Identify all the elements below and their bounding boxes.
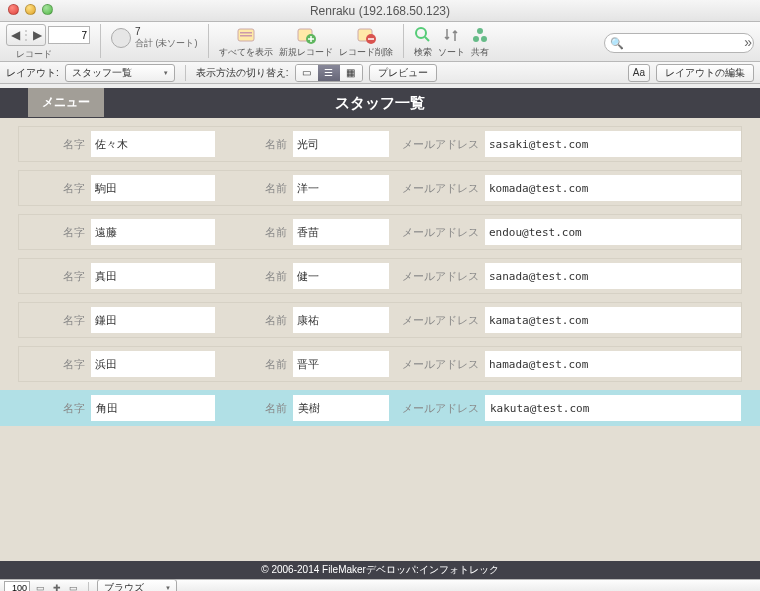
email-label: メールアドレス [389, 313, 485, 328]
email-field[interactable] [485, 263, 741, 289]
view-form-button[interactable]: ▭ [296, 65, 318, 81]
layout-label: レイアウト: [6, 66, 59, 80]
separator [100, 24, 101, 58]
family-label: 名字 [19, 137, 91, 152]
staff-row[interactable]: 名字名前メールアドレス [0, 390, 760, 426]
footer-bar: © 2006-2014 FileMakerデベロッパ:インフォトレック [0, 561, 760, 579]
email-label: メールアドレス [389, 181, 485, 196]
record-navigator: ◀ ⋮ ▶ レコード [6, 24, 90, 61]
view-table-button[interactable]: ▦ [340, 65, 362, 81]
email-label: メールアドレス [389, 225, 485, 240]
email-field[interactable] [485, 175, 741, 201]
toolbar-overflow-button[interactable]: » [744, 34, 752, 50]
layout-selector[interactable]: スタッフ一覧 [65, 64, 175, 82]
family-field[interactable] [91, 263, 215, 289]
page-title: スタッフ一覧 [335, 94, 425, 113]
layout-bar: レイアウト: スタッフ一覧 表示方法の切り替え: ▭ ☰ ▦ プレビュー Aa … [0, 62, 760, 84]
family-label: 名字 [19, 269, 91, 284]
window-titlebar: Renraku (192.168.50.123) [0, 0, 760, 22]
viewmode-label: 表示方法の切り替え: [196, 66, 289, 80]
zoom-in-icon[interactable]: ✚ [51, 583, 63, 592]
search-box: 🔍 [604, 33, 754, 53]
given-field[interactable] [293, 351, 389, 377]
given-field[interactable] [293, 263, 389, 289]
email-field[interactable] [485, 131, 741, 157]
family-label: 名字 [19, 181, 91, 196]
given-field[interactable] [293, 395, 389, 421]
main-toolbar: ◀ ⋮ ▶ レコード 7 合計 (未ソート) すべてを表示 新規レコード レコー… [0, 22, 760, 62]
separator [208, 24, 209, 58]
minimize-window-button[interactable] [25, 4, 36, 15]
separator [403, 24, 404, 58]
total-label: 合計 (未ソート) [135, 37, 198, 50]
svg-point-7 [416, 28, 426, 38]
lock-icon[interactable]: ▭ [67, 583, 80, 592]
staff-list: 名字名前メールアドレス名字名前メールアドレス名字名前メールアドレス名字名前メール… [0, 118, 760, 426]
email-field[interactable] [485, 395, 741, 421]
window-title: Renraku (192.168.50.123) [310, 4, 450, 18]
next-record-button[interactable]: ▶ [29, 25, 45, 45]
family-label: 名字 [19, 401, 91, 416]
traffic-lights [8, 4, 53, 15]
edit-layout-button[interactable]: レイアウトの編集 [656, 64, 754, 82]
view-list-button[interactable]: ☰ [318, 65, 340, 81]
email-label: メールアドレス [389, 269, 485, 284]
new-record-button[interactable]: 新規レコード [279, 24, 333, 59]
zoom-input[interactable] [4, 581, 30, 592]
family-label: 名字 [19, 225, 91, 240]
email-label: メールアドレス [389, 401, 485, 416]
given-label: 名前 [215, 181, 293, 196]
family-field[interactable] [91, 131, 215, 157]
record-number-input[interactable] [48, 26, 90, 44]
aa-button[interactable]: Aa [628, 64, 650, 82]
svg-rect-2 [240, 35, 252, 37]
status-bar: ▭ ✚ ▭ ブラウズ [0, 579, 760, 591]
given-label: 名前 [215, 401, 293, 416]
given-label: 名前 [215, 313, 293, 328]
given-field[interactable] [293, 131, 389, 157]
total-count: 7 [135, 26, 198, 37]
separator [88, 582, 89, 592]
svg-point-8 [477, 28, 483, 34]
family-field[interactable] [91, 175, 215, 201]
given-field[interactable] [293, 175, 389, 201]
mode-selector[interactable]: ブラウズ [97, 579, 177, 592]
staff-row[interactable]: 名字名前メールアドレス [18, 214, 742, 250]
show-all-button[interactable]: すべてを表示 [219, 24, 273, 59]
email-field[interactable] [485, 351, 741, 377]
zoom-window-button[interactable] [42, 4, 53, 15]
given-label: 名前 [215, 357, 293, 372]
family-field[interactable] [91, 219, 215, 245]
svg-rect-1 [240, 32, 252, 34]
staff-row[interactable]: 名字名前メールアドレス [18, 170, 742, 206]
delete-record-button[interactable]: レコード削除 [339, 24, 393, 59]
family-field[interactable] [91, 307, 215, 333]
staff-row[interactable]: 名字名前メールアドレス [18, 346, 742, 382]
staff-row[interactable]: 名字名前メールアドレス [18, 258, 742, 294]
pie-chart-icon[interactable] [111, 28, 131, 48]
find-button[interactable]: 検索 [414, 24, 432, 59]
given-label: 名前 [215, 137, 293, 152]
menu-tab[interactable]: メニュー [28, 88, 104, 117]
email-field[interactable] [485, 219, 741, 245]
family-field[interactable] [91, 395, 215, 421]
preview-button[interactable]: プレビュー [369, 64, 437, 82]
given-field[interactable] [293, 219, 389, 245]
staff-row[interactable]: 名字名前メールアドレス [18, 126, 742, 162]
close-window-button[interactable] [8, 4, 19, 15]
family-label: 名字 [19, 313, 91, 328]
sort-button[interactable]: ソート [438, 24, 465, 59]
share-button[interactable]: 共有 [471, 24, 489, 59]
email-label: メールアドレス [389, 357, 485, 372]
search-input[interactable] [604, 33, 754, 53]
search-icon: 🔍 [610, 37, 624, 50]
given-field[interactable] [293, 307, 389, 333]
email-field[interactable] [485, 307, 741, 333]
svg-point-9 [473, 36, 479, 42]
found-set-group: 7 合計 (未ソート) [111, 24, 198, 50]
zoom-out-icon[interactable]: ▭ [34, 583, 47, 592]
staff-row[interactable]: 名字名前メールアドレス [18, 302, 742, 338]
record-label: レコード [6, 48, 52, 61]
family-field[interactable] [91, 351, 215, 377]
content-area: メニュー スタッフ一覧 名字名前メールアドレス名字名前メールアドレス名字名前メー… [0, 88, 760, 579]
